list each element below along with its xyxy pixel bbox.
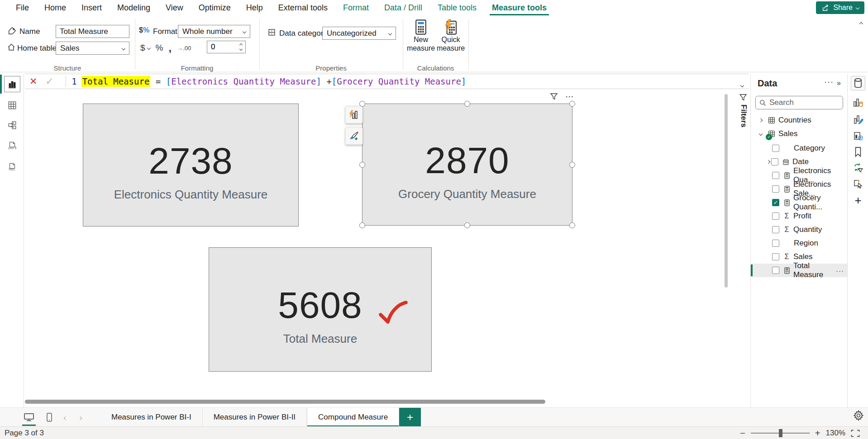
data-pane-more-icon[interactable]: ···	[824, 77, 834, 87]
table-row-sales[interactable]: ✓ Sales	[751, 127, 848, 141]
filters-pane-collapsed[interactable]: Filters	[737, 89, 750, 407]
zoom-out-button[interactable]: −	[740, 429, 745, 438]
menu-measure-tools[interactable]: Measure tools	[484, 0, 554, 15]
add-pane-button[interactable]: +	[851, 193, 865, 208]
zoom-slider-thumb[interactable]	[779, 429, 782, 437]
filter-icon[interactable]	[550, 93, 558, 100]
previous-page-arrow[interactable]	[64, 413, 67, 421]
zoom-in-button[interactable]: +	[815, 429, 820, 438]
comma-button[interactable]: ,	[168, 42, 172, 54]
decimal-shift-button[interactable]: →.00	[177, 45, 191, 52]
report-canvas[interactable]: 2738 Electronics Quantity Measure 2870 G…	[25, 89, 737, 407]
home-table-dropdown[interactable]: Sales	[56, 42, 129, 55]
resize-handle[interactable]	[359, 222, 365, 228]
resize-handle[interactable]	[359, 162, 365, 168]
fit-to-page-icon[interactable]	[851, 430, 860, 437]
menu-modeling[interactable]: Modeling	[110, 0, 158, 15]
data-pane-tab[interactable]	[851, 76, 865, 90]
measure-name-input[interactable]	[56, 25, 129, 38]
new-measure-button[interactable]: New measure	[406, 19, 435, 62]
add-page-button[interactable]: +	[399, 408, 421, 427]
zoom-slider[interactable]	[751, 433, 810, 434]
model-view-button[interactable]	[4, 117, 20, 133]
card-visual-electronics[interactable]: 2738 Electronics Quantity Measure	[83, 104, 299, 227]
field-row-grocery-quantity[interactable]: ✓ Grocery Quanti...	[751, 196, 848, 209]
field-row-region[interactable]: Region	[751, 236, 848, 250]
data-pane-collapse-icon[interactable]: »	[837, 79, 841, 87]
canvas-vertical-scrollbar[interactable]	[725, 94, 728, 288]
page-tab-2[interactable]: Measures in Power BI-II	[203, 408, 307, 427]
build-visual-tab[interactable]	[851, 95, 865, 110]
bookmarks-tab[interactable]	[851, 145, 865, 159]
field-row-category[interactable]: Category	[751, 142, 848, 155]
menu-table-tools[interactable]: Table tools	[430, 0, 484, 15]
menu-view[interactable]: View	[158, 0, 191, 15]
format-visual-button[interactable]	[345, 127, 362, 145]
format-visual-tab[interactable]	[851, 113, 865, 127]
tmdl-view-button[interactable]: TMDL	[4, 159, 20, 175]
cancel-formula-icon[interactable]: ✕	[25, 76, 42, 87]
field-row-quantity[interactable]: Σ Quantity	[751, 223, 848, 236]
field-checkbox-checked[interactable]: ✓	[772, 199, 779, 206]
field-checkbox[interactable]	[772, 145, 779, 152]
percent-button[interactable]: %	[156, 43, 163, 53]
menu-data-drill[interactable]: Data / Drill	[377, 0, 430, 15]
sync-slicers-tab[interactable]	[851, 160, 865, 175]
selection-pane-tab[interactable]	[851, 177, 865, 191]
page-tab-1[interactable]: Measures in Power BI-I	[100, 408, 203, 427]
field-checkbox[interactable]	[772, 172, 779, 179]
performance-analyzer-tab[interactable]	[851, 129, 865, 143]
table-view-button[interactable]	[4, 97, 20, 113]
resize-handle[interactable]	[464, 222, 470, 228]
menu-external-tools[interactable]: External tools	[271, 0, 335, 15]
decimal-places-spinner[interactable]	[207, 41, 246, 53]
menu-help[interactable]: Help	[238, 0, 271, 15]
search-box[interactable]	[755, 96, 843, 109]
report-view-button[interactable]	[4, 76, 20, 92]
spinner-up-icon[interactable]	[239, 43, 243, 47]
spinner-down-icon[interactable]	[239, 47, 243, 51]
field-checkbox[interactable]	[772, 240, 779, 247]
share-button[interactable]: Share	[816, 1, 864, 14]
field-checkbox[interactable]	[772, 267, 779, 274]
table-row-countries[interactable]: Countries	[751, 113, 848, 127]
card-visual-grocery[interactable]: 2870 Grocery Quantity Measure	[362, 104, 572, 226]
field-row-total-measure-selected[interactable]: Total Measure ···	[751, 264, 848, 277]
resize-handle[interactable]	[569, 162, 575, 168]
format-dropdown[interactable]: Whole number	[178, 25, 250, 38]
data-category-dropdown[interactable]: Uncategorized	[322, 27, 396, 40]
dax-query-view-button[interactable]: DAX	[4, 137, 20, 154]
expand-icon[interactable]	[767, 160, 770, 164]
search-input[interactable]	[769, 98, 837, 107]
field-checkbox[interactable]	[772, 212, 779, 220]
resize-handle[interactable]	[569, 222, 575, 228]
canvas-horizontal-scrollbar[interactable]	[25, 400, 545, 404]
menu-format[interactable]: Format	[335, 0, 377, 15]
field-checkbox[interactable]	[772, 253, 779, 260]
menu-insert[interactable]: Insert	[74, 0, 110, 15]
more-options-icon[interactable]: ⋯	[565, 91, 575, 102]
analyze-visual-button[interactable]	[345, 106, 362, 123]
field-more-options-icon[interactable]: ···	[836, 267, 844, 274]
menu-file[interactable]: File	[8, 0, 37, 15]
expand-formula-bar-icon[interactable]	[741, 79, 744, 89]
menu-home[interactable]: Home	[37, 0, 74, 15]
resize-handle[interactable]	[464, 101, 470, 107]
collapse-ribbon-icon[interactable]	[860, 19, 863, 27]
desktop-layout-button[interactable]	[24, 412, 34, 422]
field-checkbox[interactable]	[771, 158, 778, 165]
commit-formula-icon[interactable]: ✓	[42, 76, 58, 87]
menu-optimize[interactable]: Optimize	[191, 0, 238, 15]
field-row-profit[interactable]: Σ Profit	[751, 209, 848, 223]
collapse-icon[interactable]	[759, 132, 763, 136]
field-checkbox[interactable]	[772, 185, 779, 193]
next-page-arrow[interactable]	[79, 413, 81, 421]
card-visual-total[interactable]: 5608 Total Measure	[209, 247, 432, 372]
page-tab-3-active[interactable]: Compound Measure	[307, 408, 399, 427]
field-checkbox[interactable]	[772, 226, 779, 233]
decimal-places-input[interactable]	[207, 42, 234, 52]
expand-icon[interactable]	[759, 118, 763, 122]
mobile-layout-button[interactable]	[46, 412, 52, 422]
quick-measure-button[interactable]: Quick measure	[436, 19, 465, 62]
settings-gear-icon[interactable]	[853, 410, 864, 421]
